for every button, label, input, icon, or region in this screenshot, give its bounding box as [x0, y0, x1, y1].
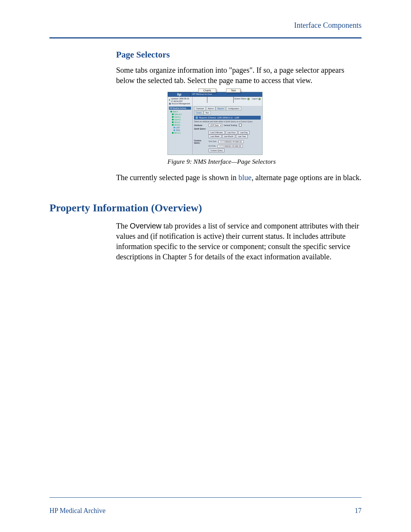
tab-configuration[interactable]: Configuration: [226, 107, 241, 110]
quick-buttons-2: Last Week Last Month Last Year: [209, 134, 261, 138]
quick-buttons: Last 5 Minutes Last Hour Last Day: [209, 131, 261, 134]
clock-icon: [169, 99, 170, 101]
panel-icon: [196, 117, 198, 119]
tree-item[interactable]: Gw A-2: [170, 118, 191, 121]
info-right: System Status Logout: [193, 97, 262, 106]
row-quick: Quick Query:: [194, 128, 261, 130]
app-title: HP Medical Archive: [191, 92, 262, 97]
quick-btn[interactable]: Last Day: [238, 131, 250, 134]
tab-overview[interactable]: Overview: [194, 107, 206, 110]
paragraph-overview: The Overview tab provides a list of serv…: [116, 221, 362, 262]
updated-text: Updated: 2006-09-13 17:48:54 PDT: [171, 97, 191, 102]
callout-charts: Charts: [198, 88, 216, 93]
quick-btn[interactable]: Last Week: [209, 134, 221, 138]
quick-btn[interactable]: Last Hour: [226, 131, 238, 134]
footer-product: HP Medical Archive: [49, 507, 105, 515]
heading-page-selectors: Page Selectors: [116, 50, 362, 60]
tree-item[interactable]: SSM: [170, 129, 191, 132]
text: , alternate page options are in black.: [252, 173, 362, 182]
select-attribute[interactable]: LDR State: [209, 124, 222, 127]
app-body: HP Medical Archive Site A Adm A-1 Gw A-1…: [168, 106, 262, 155]
info-bar: Updated: 2006-09-13 17:48:54 PDT Account…: [168, 97, 262, 106]
panel-title: Reports (Charts): LDR (SN8-A-1) - LDR: [194, 116, 261, 120]
checkbox-vscale[interactable]: [239, 124, 242, 126]
label-custom: Custom Query:: [194, 139, 207, 144]
tree-item-selected[interactable]: LDR: [170, 126, 191, 129]
row-attribute: Attribute: LDR State Vertical Scaling:: [194, 124, 261, 127]
label-attribute: Attribute:: [194, 124, 207, 126]
paragraph-intro: Some tabs organize information into "pag…: [116, 65, 362, 86]
footer-page-number: 17: [355, 507, 362, 515]
callout-text: Text: [226, 88, 241, 93]
subtab-charts[interactable]: Charts: [194, 111, 204, 115]
tree-item[interactable]: SN C-1: [170, 132, 191, 134]
figure-screenshot: Charts Text hp HP Medical Archive Update…: [167, 92, 362, 155]
hp-logo: hp: [168, 92, 191, 97]
tree-item[interactable]: Gw A-1: [170, 116, 191, 118]
tab-row: Overview Alarms Reports Configuration: [194, 107, 261, 110]
page-footer: HP Medical Archive 17: [49, 507, 362, 515]
subtab-row: Charts Text: [194, 111, 261, 115]
callout-row: Charts Text: [198, 88, 241, 93]
panel-title-text: Reports (Charts): LDR (SN8-A-1) - LDR: [199, 117, 239, 119]
system-status-link[interactable]: System Status: [234, 97, 249, 100]
tree-header: HP Medical Archive: [169, 107, 191, 110]
text-overview-word: Overview: [130, 222, 161, 230]
input-end-date[interactable]: YYYY/MM/DD HH:MM:SS: [218, 145, 243, 148]
header-section-title: Interface Components: [49, 21, 362, 30]
label-quick: Quick Query:: [194, 128, 207, 130]
account-link[interactable]: Account Management: [172, 102, 190, 105]
account-icon: [169, 103, 171, 105]
label-start: Start Date:: [209, 141, 217, 142]
tab-alarms[interactable]: Alarms: [206, 107, 216, 110]
text: The currently selected page is shown in: [116, 173, 239, 182]
custom-query-button[interactable]: Custom Query: [209, 149, 225, 152]
panel-hint: Select an attribute and enter either a Q…: [194, 120, 261, 123]
text: The: [116, 222, 130, 230]
quick-btn[interactable]: Last Year: [236, 134, 248, 138]
row-custom: Custom Query: Start Date: YYYY/MM/DD HH:…: [194, 139, 261, 144]
nms-screenshot: Charts Text hp HP Medical Archive Update…: [167, 92, 263, 155]
tab-reports[interactable]: Reports: [215, 107, 226, 110]
main-panel: Overview Alarms Reports Configuration Ch…: [193, 106, 262, 155]
label-end: End Date:: [209, 145, 216, 147]
heading-property-info: Property Information (Overview): [49, 202, 362, 214]
footer-rule: [49, 497, 362, 498]
nav-tree: HP Medical Archive Site A Adm A-1 Gw A-1…: [168, 106, 193, 155]
content-column: Page Selectors Some tabs organize inform…: [49, 50, 362, 262]
page: Interface Components Page Selectors Some…: [0, 0, 411, 532]
row-custom-end: End Date: YYYY/MM/DD HH:MM:SS: [194, 145, 261, 148]
tree-item[interactable]: SN A-1: [170, 121, 191, 124]
quick-btn[interactable]: Last 5 Minutes: [209, 131, 225, 134]
custom-query-row: Custom Query: [209, 149, 261, 152]
app-topbar: hp HP Medical Archive: [168, 92, 262, 97]
info-left: Updated: 2006-09-13 17:48:54 PDT Account…: [168, 97, 193, 106]
logout-icon: [258, 98, 261, 100]
paragraph-selected-page: The currently selected page is shown in …: [116, 173, 362, 183]
input-start-date[interactable]: YYYY/MM/DD HH:MM:SS: [218, 140, 244, 143]
tree-item[interactable]: Adm A-1: [170, 113, 191, 116]
status-dot-icon: [247, 98, 250, 100]
quick-btn[interactable]: Last Month: [222, 134, 236, 138]
tree-item[interactable]: SN B-1: [170, 124, 191, 126]
subtab-text[interactable]: Text: [204, 111, 211, 115]
logout-link[interactable]: Logout: [252, 97, 261, 100]
figure-caption: Figure 9: NMS Interface—Page Selectors: [167, 158, 362, 166]
text-blue: blue: [239, 173, 252, 182]
label-vscale: Vertical Scaling:: [224, 124, 237, 126]
header-rule: [49, 37, 362, 38]
tree-item[interactable]: Site A: [170, 110, 191, 113]
